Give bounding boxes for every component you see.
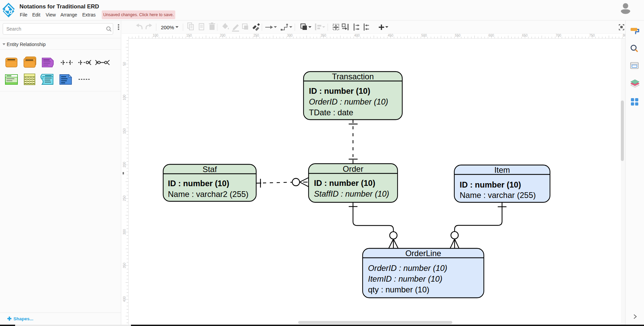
svg-text:Name : varchar (255): Name : varchar (255) [460,191,536,200]
svg-text:300: 300 [287,34,293,37]
svg-text:Staf: Staf [202,165,217,174]
svg-text:300: 300 [123,229,126,235]
svg-text:Transaction: Transaction [332,72,374,81]
svg-text:50: 50 [123,62,126,66]
svg-text:150: 150 [186,34,192,37]
svg-text:ID : number (10): ID : number (10) [309,86,370,95]
svg-text:100: 100 [123,94,126,100]
svg-text:500: 500 [421,34,427,37]
svg-text:ID : number (10): ID : number (10) [168,179,229,188]
svg-text:150: 150 [123,128,126,134]
svg-text:250: 250 [254,34,259,37]
svg-text:800: 800 [623,34,625,37]
svg-text:600: 600 [489,34,494,37]
svg-text:OrderLine: OrderLine [405,249,441,258]
svg-text:400: 400 [123,296,126,302]
svg-text:ID : number (10): ID : number (10) [314,178,375,188]
svg-text:Order: Order [343,164,363,173]
svg-text:700: 700 [556,34,561,37]
svg-text:StaffID : number (10): StaffID : number (10) [314,189,389,198]
svg-text:200: 200 [220,34,226,37]
svg-text:OrderID : number (10): OrderID : number (10) [368,263,447,273]
svg-text:OrderID : number (10): OrderID : number (10) [309,97,388,106]
svg-text:200%: 200% [161,25,174,30]
svg-text:450: 450 [388,34,394,37]
svg-text:550: 550 [455,34,461,37]
svg-text:100: 100 [153,34,158,37]
svg-text:400: 400 [354,34,360,37]
svg-text:650: 650 [522,34,528,37]
svg-text:350: 350 [321,34,326,37]
svg-text:250: 250 [123,195,126,201]
svg-text:Item: Item [494,165,510,174]
svg-text:ItemID : number (10): ItemID : number (10) [368,274,442,283]
svg-text:350: 350 [123,262,126,268]
svg-text:ID : number (10): ID : number (10) [460,180,521,189]
svg-text:Name : varchar2 (255): Name : varchar2 (255) [168,190,248,199]
svg-text:200: 200 [123,162,126,167]
svg-text:qty : number (10): qty : number (10) [368,285,429,294]
svg-text:TDate : date: TDate : date [309,108,353,117]
svg-text:750: 750 [589,34,595,37]
